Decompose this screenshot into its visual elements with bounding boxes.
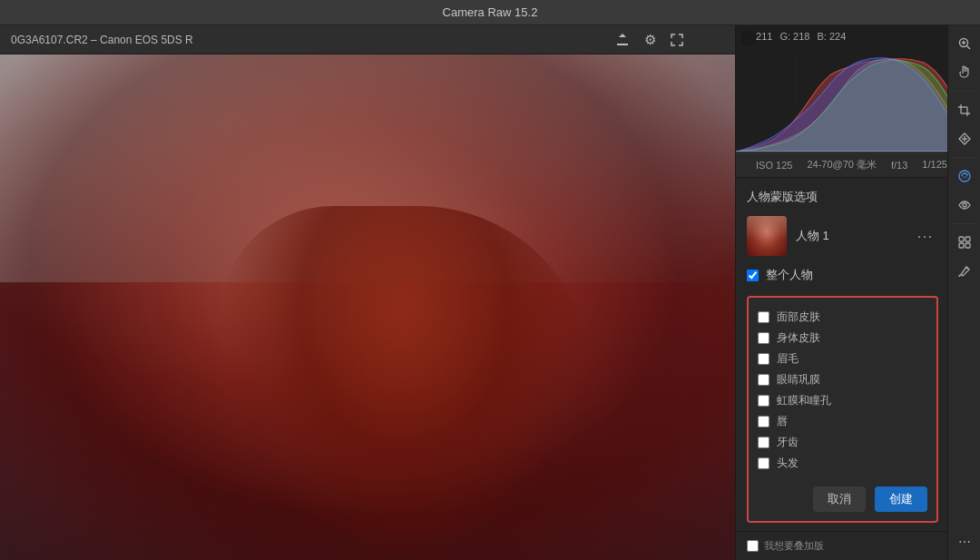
svg-point-15 — [963, 203, 966, 207]
person-label: 人物 1 — [796, 228, 829, 244]
rgb-values: R: 211 G: 218 B: 224 — [743, 31, 846, 42]
bottom-area: 我想要叠加版 — [736, 531, 980, 560]
file-bar: 0G3A6107.CR2 – Canon EOS 5DS R ⚙ — [0, 25, 735, 54]
histogram-canvas — [736, 52, 980, 152]
title-bar: Camera Raw 15.2 — [0, 0, 980, 25]
eyebrow-checkbox[interactable] — [758, 353, 769, 365]
brush-paint-tool[interactable] — [952, 259, 977, 284]
export-button[interactable] — [612, 29, 633, 51]
whole-person-row: 整个人物 — [747, 267, 938, 283]
face-skin-row: 面部皮肤 — [758, 307, 927, 328]
hand-tool[interactable] — [952, 60, 977, 85]
b-label: B: 224 — [817, 31, 846, 42]
overlay-label[interactable]: 我想要叠加版 — [764, 539, 824, 553]
body-parts-selection-box: 面部皮肤 身体皮肤 眉毛 眼睛巩膜 虹膜和瞳孔 — [747, 296, 938, 523]
body-skin-label[interactable]: 身体皮肤 — [777, 330, 820, 346]
heal-tool[interactable] — [952, 126, 977, 152]
hair-label[interactable]: 头发 — [777, 456, 799, 471]
hair-checkbox[interactable] — [758, 457, 769, 469]
preset-tool[interactable] — [952, 230, 977, 255]
exif-bar: ISO 125 24-70@70 毫米 f/13 1/125 秒 — [736, 152, 980, 178]
whole-person-label[interactable]: 整个人物 — [766, 267, 813, 283]
b-value: 224 — [829, 31, 846, 42]
whole-person-checkbox[interactable] — [747, 270, 759, 281]
person-more-button[interactable]: ⋯ — [911, 226, 938, 246]
image-area: 0G3A6107.CR2 – Canon EOS 5DS R ⚙ — [0, 25, 735, 560]
person-avatar — [747, 216, 787, 256]
fullscreen-button[interactable] — [666, 29, 688, 51]
settings-button[interactable]: ⚙ — [639, 29, 661, 51]
svg-rect-16 — [959, 237, 964, 241]
eye-iris-label[interactable]: 眼睛巩膜 — [777, 372, 820, 388]
exif-aperture: f/13 — [891, 160, 907, 171]
clip-shadow-indicator[interactable] — [741, 31, 756, 45]
zoom-in-tool[interactable] — [952, 31, 977, 56]
cancel-button[interactable]: 取消 — [813, 486, 866, 512]
exif-iso: ISO 125 — [756, 160, 792, 171]
eyebrow-row: 眉毛 — [758, 349, 927, 369]
body-skin-checkbox[interactable] — [758, 332, 769, 344]
hair-row: 头发 — [758, 453, 927, 474]
person-section: 人物 1 ⋯ — [747, 216, 938, 256]
lip-row: 唇 — [758, 411, 927, 432]
top-right-toolbar: ⚙ — [612, 25, 691, 54]
lip-checkbox[interactable] — [758, 416, 769, 427]
toolbar-divider-3 — [952, 223, 977, 224]
right-panel: R: 211 G: 218 B: 224 — [735, 25, 980, 560]
r-value: 211 — [756, 31, 772, 42]
iris-pupil-checkbox[interactable] — [758, 395, 769, 407]
face-skin-checkbox[interactable] — [758, 311, 769, 323]
face-skin-label[interactable]: 面部皮肤 — [777, 309, 820, 325]
svg-rect-19 — [965, 243, 970, 248]
file-label: 0G3A6107.CR2 – Canon EOS 5DS R — [11, 34, 193, 46]
svg-rect-18 — [959, 243, 964, 248]
panel-content[interactable]: 人物蒙版选项 人物 1 ⋯ 整个人物 面部皮肤 身体皮肤 — [736, 178, 980, 531]
toolbar-divider-1 — [952, 91, 977, 92]
mask-tool[interactable] — [952, 163, 977, 189]
lip-label[interactable]: 唇 — [777, 414, 788, 429]
teeth-row: 牙齿 — [758, 432, 927, 453]
eye-iris-checkbox[interactable] — [758, 374, 769, 386]
app-title: Camera Raw 15.2 — [443, 5, 538, 19]
photo-container[interactable] — [0, 54, 735, 560]
svg-rect-17 — [965, 237, 970, 241]
panel-section-title: 人物蒙版选项 — [747, 189, 938, 205]
more-options-tool[interactable]: ⋯ — [952, 529, 977, 555]
crop-tool[interactable] — [952, 97, 977, 123]
toolbar-divider-2 — [952, 157, 977, 158]
action-buttons-row: 取消 创建 — [758, 486, 927, 512]
teeth-label[interactable]: 牙齿 — [777, 435, 799, 450]
overlay-checkbox[interactable] — [747, 540, 759, 552]
exif-lens: 24-70@70 毫米 — [807, 158, 877, 172]
eyebrow-label[interactable]: 眉毛 — [777, 351, 799, 367]
svg-line-20 — [966, 267, 969, 270]
redeye-tool[interactable] — [952, 192, 977, 218]
histogram-area: R: 211 G: 218 B: 224 — [736, 25, 980, 152]
main-photo — [0, 54, 735, 560]
iris-pupil-label[interactable]: 虹膜和瞳孔 — [777, 393, 831, 408]
eye-iris-row: 眼睛巩膜 — [758, 369, 927, 390]
g-label: G: 218 — [779, 31, 809, 42]
iris-pupil-row: 虹膜和瞳孔 — [758, 390, 927, 411]
create-button[interactable]: 创建 — [875, 486, 927, 512]
g-value: 218 — [793, 31, 809, 42]
body-skin-row: 身体皮肤 — [758, 328, 927, 349]
svg-line-5 — [966, 46, 970, 50]
main-area: 0G3A6107.CR2 – Canon EOS 5DS R ⚙ — [0, 25, 980, 560]
right-toolbar: ⋯ — [947, 25, 980, 560]
teeth-checkbox[interactable] — [758, 437, 769, 448]
